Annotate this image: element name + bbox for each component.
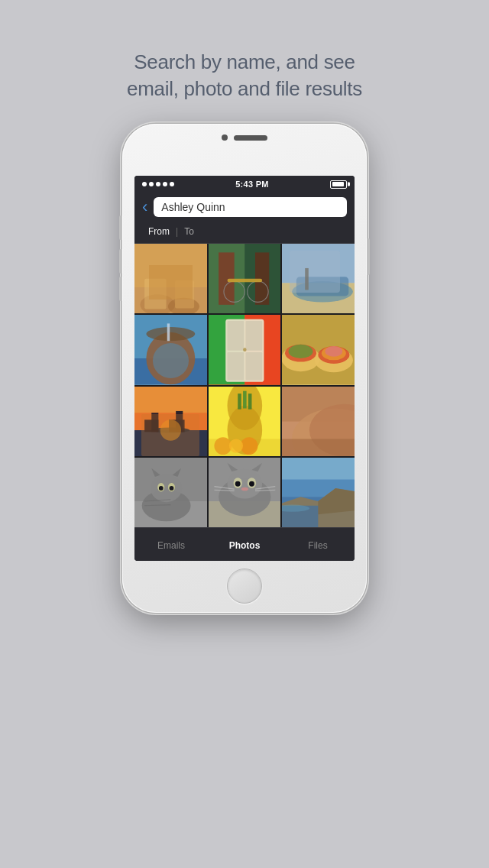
speaker [234, 135, 267, 141]
svg-rect-31 [245, 321, 262, 351]
filter-tab-to[interactable]: To [180, 225, 199, 238]
signal-dot-2 [149, 182, 154, 186]
signal-dot-5 [170, 182, 174, 186]
filter-tab-from[interactable]: From [144, 225, 174, 238]
svg-point-77 [159, 486, 164, 491]
tab-files[interactable]: Files [281, 540, 355, 551]
svg-rect-46 [134, 387, 207, 413]
svg-rect-49 [151, 413, 158, 432]
tab-emails[interactable]: Emails [134, 540, 208, 551]
photo-ocean-cliff[interactable] [282, 458, 355, 527]
camera [222, 134, 228, 141]
photo-beach-sand[interactable] [134, 244, 207, 313]
svg-rect-33 [245, 352, 262, 381]
photo-boat-beach[interactable] [282, 244, 355, 313]
tab-bar: Emails Photos Files [134, 527, 355, 561]
svg-point-89 [235, 481, 240, 487]
photo-pineapple[interactable] [209, 387, 281, 456]
photo-coconut-drink[interactable] [134, 315, 207, 384]
svg-rect-51 [176, 411, 183, 432]
svg-point-43 [325, 347, 343, 358]
photo-tacos[interactable] [282, 315, 355, 384]
svg-rect-68 [282, 439, 355, 456]
svg-point-63 [228, 439, 242, 452]
screen: 5:43 PM ‹ From | To [134, 176, 355, 561]
back-button[interactable]: ‹ [142, 199, 147, 215]
svg-rect-52 [169, 419, 185, 432]
svg-rect-18 [296, 277, 348, 296]
svg-rect-13 [227, 279, 262, 283]
svg-rect-4 [144, 279, 167, 309]
svg-rect-19 [306, 268, 309, 290]
headline-line1: Search by name, and see [134, 50, 355, 73]
svg-point-53 [160, 419, 181, 440]
svg-rect-30 [227, 321, 244, 351]
tab-photos[interactable]: Photos [208, 540, 281, 551]
svg-point-72 [151, 474, 182, 503]
phone-shell: 5:43 PM ‹ From | To [122, 124, 367, 613]
photo-cat-2[interactable] [209, 458, 281, 527]
headline-line2: email, photo and file results [127, 77, 362, 100]
svg-point-84 [227, 469, 262, 499]
photo-colorful-door[interactable] [209, 315, 281, 384]
svg-point-48 [151, 427, 189, 432]
signal-dot-4 [163, 182, 167, 186]
svg-rect-59 [243, 390, 247, 408]
svg-rect-58 [238, 394, 241, 410]
svg-rect-98 [282, 458, 355, 480]
svg-rect-25 [167, 324, 170, 342]
battery-indicator [330, 180, 347, 189]
filter-divider: | [174, 225, 180, 238]
phone-top [222, 134, 267, 141]
svg-point-34 [243, 348, 247, 352]
svg-rect-60 [248, 394, 252, 410]
battery-fill [332, 182, 344, 186]
svg-point-78 [170, 486, 174, 491]
signal-dots [142, 182, 174, 186]
svg-rect-32 [227, 352, 244, 381]
svg-point-90 [249, 481, 254, 487]
svg-rect-47 [134, 430, 207, 456]
svg-rect-50 [144, 419, 158, 432]
battery-icon [330, 180, 347, 189]
svg-point-24 [146, 327, 195, 341]
headline: Search by name, and see email, photo and… [96, 24, 393, 102]
photo-grid [134, 244, 355, 527]
signal-dot-1 [142, 182, 147, 186]
svg-point-91 [241, 487, 248, 491]
svg-rect-5 [175, 280, 194, 309]
search-input[interactable] [154, 197, 347, 217]
status-bar: 5:43 PM [134, 176, 355, 193]
search-bar: ‹ [134, 193, 355, 222]
photo-sunset-silhouette[interactable] [134, 387, 207, 456]
signal-dot-3 [156, 182, 160, 186]
photo-cat-1[interactable] [134, 458, 207, 527]
svg-point-39 [289, 345, 313, 358]
home-button[interactable] [227, 568, 262, 604]
photo-street-bike[interactable] [209, 244, 281, 313]
photo-sand-dune[interactable] [282, 387, 355, 456]
status-time: 5:43 PM [235, 180, 269, 189]
filter-tabs: From | To [134, 222, 355, 244]
